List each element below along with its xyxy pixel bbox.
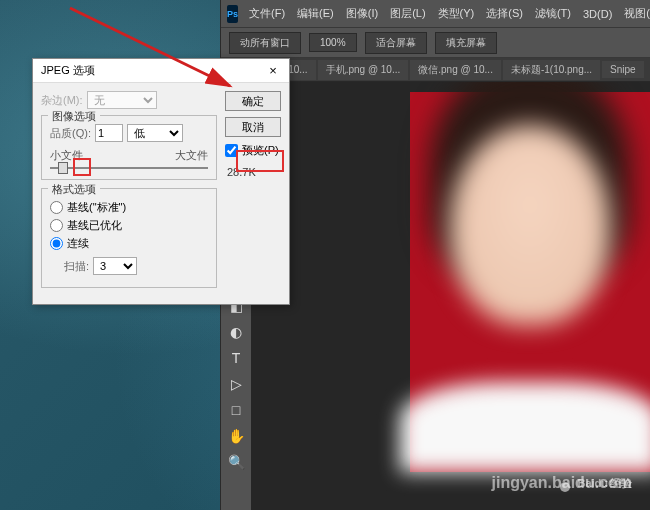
quality-label: 品质(Q): (50, 126, 91, 141)
type-tool-icon[interactable]: T (224, 346, 248, 370)
gradient-tool-icon[interactable]: ◐ (224, 320, 248, 344)
radio-baseline-label: 基线("标准") (67, 200, 126, 215)
preview-checkbox[interactable] (225, 144, 238, 157)
hand-tool-icon[interactable]: ✋ (224, 424, 248, 448)
photo-portrait (410, 92, 650, 472)
format-options-group: 格式选项 基线("标准") 基线已优化 连续 扫描: 3 (41, 188, 217, 288)
desktop-background: Ps 文件(F) 编辑(E) 图像(I) 图层(L) 类型(Y) 选择(S) 滤… (0, 0, 650, 510)
menu-filter[interactable]: 滤镜(T) (530, 4, 576, 23)
small-file-label: 小文件 (50, 148, 83, 163)
close-icon[interactable]: × (265, 63, 281, 79)
tab-doc[interactable]: 未标题-1(10.png... (503, 60, 600, 80)
menubar: Ps 文件(F) 编辑(E) 图像(I) 图层(L) 类型(Y) 选择(S) 滤… (221, 0, 650, 28)
ps-logo: Ps (227, 5, 238, 23)
menu-image[interactable]: 图像(I) (341, 4, 383, 23)
tab-doc[interactable]: 手机.png @ 10... (318, 60, 409, 80)
menu-layer[interactable]: 图层(L) (385, 4, 430, 23)
photo-face (450, 125, 610, 325)
menu-file[interactable]: 文件(F) (244, 4, 290, 23)
watermark-url: jingyan.baidu.com (492, 474, 632, 492)
opt-scroll-all[interactable]: 动所有窗口 (229, 32, 301, 54)
jpeg-options-dialog: JPEG 选项 × 杂边(M): 无 图像选项 品质(Q): 低 (32, 58, 290, 305)
large-file-label: 大文件 (175, 148, 208, 163)
quality-preset-select[interactable]: 低 (127, 124, 183, 142)
radio-optimized-label: 基线已优化 (67, 218, 122, 233)
zoom-tool-icon[interactable]: 🔍 (224, 450, 248, 474)
format-options-legend: 格式选项 (48, 182, 100, 197)
ok-button[interactable]: 确定 (225, 91, 281, 111)
menu-select[interactable]: 选择(S) (481, 4, 528, 23)
menu-view[interactable]: 视图(V) (619, 4, 650, 23)
matte-select: 无 (87, 91, 157, 109)
menu-3d[interactable]: 3D(D) (578, 6, 617, 22)
dialog-title: JPEG 选项 (41, 63, 95, 78)
document-canvas[interactable] (251, 82, 650, 510)
scans-label: 扫描: (64, 259, 89, 274)
scans-select[interactable]: 3 (93, 257, 137, 275)
image-options-group: 图像选项 品质(Q): 低 小文件 大文件 (41, 115, 217, 180)
radio-baseline[interactable] (50, 201, 63, 214)
opt-fit-screen[interactable]: 适合屏幕 (365, 32, 427, 54)
tab-doc[interactable]: Snipe (602, 61, 644, 78)
preview-label: 预览(P) (242, 143, 279, 158)
matte-label: 杂边(M): (41, 93, 83, 108)
menu-type[interactable]: 类型(Y) (433, 4, 480, 23)
quality-slider[interactable] (50, 167, 208, 169)
slider-thumb[interactable] (58, 162, 68, 174)
image-options-legend: 图像选项 (48, 109, 100, 124)
radio-progressive[interactable] (50, 237, 63, 250)
opt-fill-screen[interactable]: 填充屏幕 (435, 32, 497, 54)
cancel-button[interactable]: 取消 (225, 117, 281, 137)
menu-edit[interactable]: 编辑(E) (292, 4, 339, 23)
tab-doc[interactable]: 微信.png @ 10... (410, 60, 501, 80)
options-bar: 动所有窗口 100% 适合屏幕 填充屏幕 (221, 28, 650, 58)
opt-zoom[interactable]: 100% (309, 33, 357, 52)
quality-input[interactable] (95, 124, 123, 142)
dialog-titlebar: JPEG 选项 × (33, 59, 289, 83)
radio-progressive-label: 连续 (67, 236, 89, 251)
shape-tool-icon[interactable]: □ (224, 398, 248, 422)
path-tool-icon[interactable]: ▷ (224, 372, 248, 396)
filesize-text: 28.7K (225, 164, 281, 180)
radio-optimized[interactable] (50, 219, 63, 232)
photo-shirt (400, 382, 650, 472)
